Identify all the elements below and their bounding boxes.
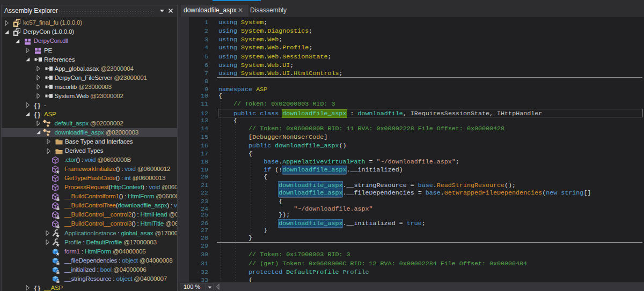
svg-text:{}: {} xyxy=(34,285,42,291)
svg-text:{}: {} xyxy=(34,102,42,109)
svg-text:{}: {} xyxy=(34,111,42,118)
